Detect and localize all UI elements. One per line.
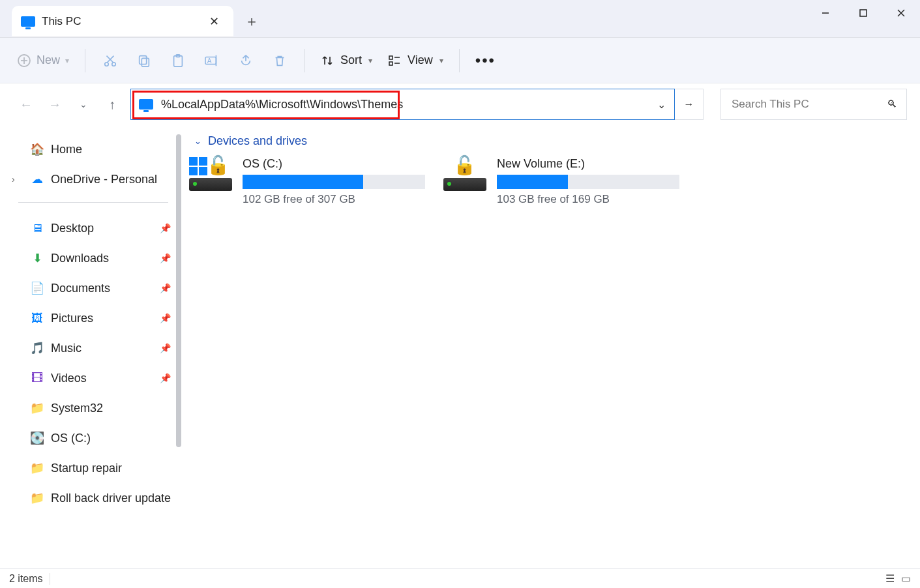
main-panel: ⌄ Devices and drives 🔓 OS (C:) 102 GB fr… <box>181 125 920 568</box>
svg-rect-1 <box>860 10 867 16</box>
drive-icon: 🔓 <box>443 157 489 192</box>
nav-row: ← → ⌄ ↑ ⌄ → 🔍︎ <box>0 83 920 125</box>
scissors-icon <box>103 53 117 68</box>
paste-button[interactable] <box>169 51 187 70</box>
back-button[interactable]: ← <box>16 94 37 115</box>
padlock-icon: 🔓 <box>207 154 230 176</box>
content-area: 🏠 Home › ☁ OneDrive - Personal 🖥 Desktop… <box>0 125 920 568</box>
this-pc-icon <box>21 16 35 27</box>
capacity-bar <box>243 175 425 189</box>
minimize-button[interactable] <box>807 0 844 26</box>
chevron-down-icon: ▾ <box>65 56 69 65</box>
sidebar-item-home[interactable]: 🏠 Home <box>0 134 181 164</box>
rename-button[interactable]: A <box>203 51 221 70</box>
address-history-button[interactable]: ⌄ <box>648 89 674 119</box>
recent-locations-button[interactable]: ⌄ <box>73 94 94 115</box>
view-toggle-group: ☰ ▭ <box>885 572 911 585</box>
up-button[interactable]: ↑ <box>102 94 123 115</box>
sidebar: 🏠 Home › ☁ OneDrive - Personal 🖥 Desktop… <box>0 125 181 568</box>
sidebar-item-os-c[interactable]: 💽 OS (C:) <box>0 423 181 453</box>
sort-icon <box>321 54 334 67</box>
desktop-icon: 🖥 <box>30 221 44 235</box>
svg-rect-11 <box>140 55 147 64</box>
folder-icon: 📁 <box>30 401 44 415</box>
cut-button[interactable] <box>101 51 119 70</box>
plus-circle-icon <box>17 53 31 68</box>
this-pc-icon <box>139 99 153 110</box>
address-bar[interactable]: ⌄ <box>130 89 675 120</box>
share-button[interactable] <box>237 51 255 70</box>
pin-icon: 📌 <box>160 223 171 233</box>
new-tab-button[interactable]: ＋ <box>239 8 265 35</box>
svg-text:A: A <box>207 57 212 64</box>
group-header-devices[interactable]: ⌄ Devices and drives <box>189 134 912 148</box>
sidebar-item-system32[interactable]: 📁 System32 <box>0 393 181 423</box>
svg-rect-12 <box>141 58 149 66</box>
sidebar-item-startup-repair[interactable]: 📁 Startup repair <box>0 453 181 483</box>
tab-close-button[interactable]: ✕ <box>204 12 224 31</box>
view-button[interactable]: View ▾ <box>388 53 443 67</box>
sidebar-item-rollback[interactable]: 📁 Roll back driver update <box>0 483 181 513</box>
pin-icon: 📌 <box>160 313 171 323</box>
sidebar-item-pictures[interactable]: 🖼 Pictures 📌 <box>0 303 181 333</box>
pin-icon: 📌 <box>160 373 171 383</box>
pin-icon: 📌 <box>160 253 171 263</box>
drive-icon: 🔓 <box>189 157 235 192</box>
tab-title: This PC <box>42 15 81 28</box>
sort-button[interactable]: Sort ▾ <box>321 53 372 67</box>
forward-button[interactable]: → <box>44 94 65 115</box>
go-button[interactable]: → <box>675 89 704 120</box>
drive-name: OS (C:) <box>243 157 430 171</box>
sidebar-item-label: System32 <box>51 402 103 415</box>
more-button[interactable]: ••• <box>475 51 496 70</box>
pin-icon: 📌 <box>160 343 171 353</box>
new-button-label: New <box>37 53 60 67</box>
drive-freespace: 102 GB free of 307 GB <box>243 193 430 206</box>
sidebar-item-music[interactable]: 🎵 Music 📌 <box>0 333 181 363</box>
sidebar-item-label: OneDrive - Personal <box>51 173 157 186</box>
sidebar-item-label: OS (C:) <box>51 432 91 445</box>
drive-new-volume-e[interactable]: 🔓 New Volume (E:) 103 GB free of 169 GB <box>443 157 685 206</box>
new-button[interactable]: New ▾ <box>17 53 69 68</box>
windows-logo-icon <box>189 157 207 175</box>
close-window-button[interactable] <box>882 0 920 26</box>
videos-icon: 🎞 <box>30 371 44 385</box>
details-view-button[interactable]: ☰ <box>885 572 895 585</box>
sidebar-item-desktop[interactable]: 🖥 Desktop 📌 <box>0 213 181 243</box>
copy-button[interactable] <box>135 51 153 70</box>
search-input[interactable] <box>730 97 887 111</box>
capacity-bar <box>497 175 679 189</box>
search-box[interactable]: 🔍︎ <box>720 89 907 120</box>
view-button-label: View <box>408 53 433 67</box>
sort-button-label: Sort <box>340 53 362 67</box>
sidebar-item-label: Desktop <box>51 222 94 235</box>
separator <box>459 49 460 72</box>
sidebar-item-label: Roll back driver update <box>51 492 171 505</box>
title-bar: This PC ✕ ＋ <box>0 0 920 38</box>
chevron-right-icon[interactable]: › <box>12 174 15 184</box>
sidebar-item-label: Startup repair <box>51 462 122 475</box>
sidebar-item-label: Downloads <box>51 252 109 265</box>
tab-this-pc[interactable]: This PC ✕ <box>12 6 233 37</box>
sidebar-item-videos[interactable]: 🎞 Videos 📌 <box>0 363 181 393</box>
delete-button[interactable] <box>271 51 289 70</box>
clipboard-icon <box>171 53 185 68</box>
maximize-button[interactable] <box>844 0 882 26</box>
window-controls <box>807 0 920 26</box>
chevron-down-icon: ▾ <box>368 56 372 65</box>
svg-rect-18 <box>389 56 393 59</box>
documents-icon: 📄 <box>30 281 44 295</box>
scrollbar[interactable] <box>176 134 181 447</box>
pictures-icon: 🖼 <box>30 311 44 325</box>
drive-os-c[interactable]: 🔓 OS (C:) 102 GB free of 307 GB <box>189 157 430 206</box>
view-layout-icon <box>388 54 401 67</box>
address-input[interactable] <box>160 97 640 112</box>
rename-icon: A <box>204 53 220 68</box>
copy-icon <box>137 53 151 68</box>
sidebar-item-documents[interactable]: 📄 Documents 📌 <box>0 273 181 303</box>
sidebar-item-label: Home <box>51 143 82 156</box>
tiles-view-button[interactable]: ▭ <box>901 572 911 585</box>
pin-icon: 📌 <box>160 283 171 293</box>
sidebar-item-onedrive[interactable]: › ☁ OneDrive - Personal <box>0 164 181 194</box>
sidebar-item-downloads[interactable]: ⬇ Downloads 📌 <box>0 243 181 273</box>
